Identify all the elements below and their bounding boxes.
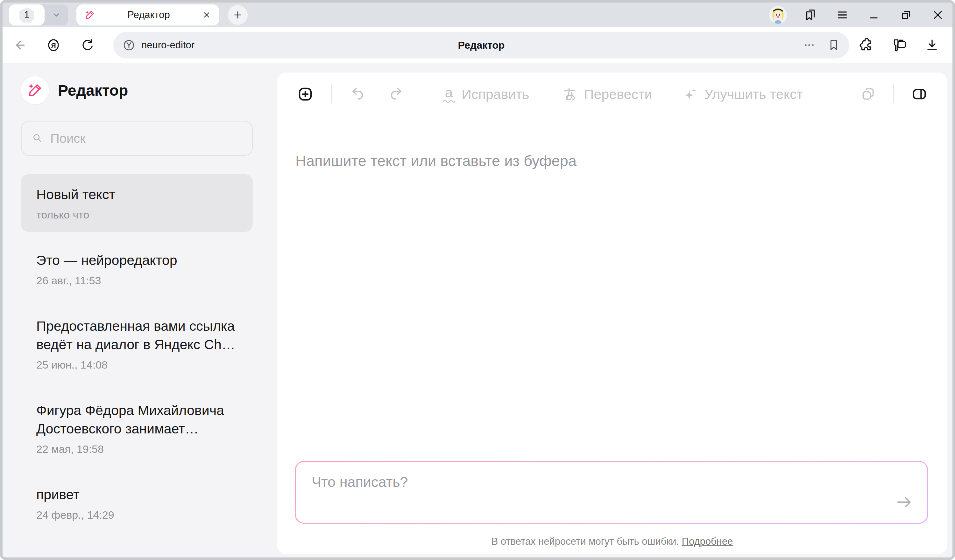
document-list: Новый текст только что Это — нейроредакт…: [21, 174, 253, 532]
profile-avatar[interactable]: [769, 6, 787, 24]
document-list-item[interactable]: Новый текст только что: [21, 174, 253, 232]
extensions-puzzle-icon[interactable]: [858, 37, 874, 53]
copy-text-button[interactable]: [860, 86, 876, 102]
tab-title: Редактор: [96, 9, 202, 21]
document-title: Это — нейроредактор: [36, 251, 238, 269]
bookmarks-icon: [803, 8, 818, 22]
magic-pen-icon: [84, 9, 96, 21]
editor-area[interactable]: Напишите текст или вставьте из буфера Чт…: [277, 116, 947, 554]
bookmark-page-icon[interactable]: [827, 39, 841, 52]
restore-button[interactable]: [898, 7, 914, 23]
send-prompt-button[interactable]: [894, 491, 914, 513]
tab-counter-button[interactable]: 1: [9, 5, 45, 25]
page-title: Редактор: [458, 39, 505, 51]
close-icon: [931, 8, 945, 22]
document-list-item[interactable]: Это — нейроредактор 26 авг., 11:53: [21, 240, 253, 298]
address-bar: Я neuro-editor Редактор: [3, 27, 952, 63]
url-text: neuro-editor: [141, 39, 194, 51]
tab-close-icon[interactable]: [202, 10, 211, 20]
translate-button[interactable]: Перевести: [562, 86, 652, 102]
undo-icon: [349, 86, 365, 102]
more-actions-icon[interactable]: [802, 38, 816, 52]
plus-icon: [232, 9, 243, 20]
search-input[interactable]: [50, 131, 243, 146]
document-list-item[interactable]: Фигура Фёдора Михайловича Достоевского з…: [21, 390, 253, 466]
document-timestamp: 24 февр., 14:29: [36, 509, 238, 521]
spellcheck-icon: а: [443, 86, 455, 103]
reload-button[interactable]: [80, 37, 95, 53]
document-title: Новый текст: [36, 185, 238, 204]
search-icon: [31, 132, 44, 145]
magic-pen-logo-icon: [27, 82, 44, 99]
app-title: Редактор: [58, 82, 128, 99]
browser-window: 1 Редактор: [0, 0, 955, 560]
reload-icon: [80, 38, 94, 53]
tab-counter-group: 1: [9, 5, 68, 25]
fix-text-button[interactable]: а Исправить: [443, 86, 529, 103]
tab-list-dropdown[interactable]: [45, 5, 68, 25]
tab-counter-value: 1: [24, 9, 29, 21]
passwords-key-icon[interactable]: [891, 37, 907, 53]
bookmarks-panel-button[interactable]: [802, 7, 819, 23]
editor-placeholder: Напишите текст или вставьте из буфера: [296, 152, 929, 170]
sparkles-icon: [683, 86, 698, 102]
minimize-icon: [867, 8, 881, 22]
yandex-home-button[interactable]: Я: [46, 37, 61, 53]
toolbar-divider-right: [893, 85, 894, 103]
close-window-button[interactable]: [930, 7, 946, 23]
browser-menu-button[interactable]: [834, 7, 850, 23]
hamburger-menu-icon: [835, 8, 849, 22]
address-bar-actions: [858, 37, 943, 53]
avatar-girl-image: [769, 6, 787, 24]
document-title: Фигура Фёдора Михайловича Достоевского з…: [36, 401, 238, 438]
undo-button[interactable]: [349, 86, 365, 102]
ai-disclaimer: В ответах нейросети могут быть ошибки. П…: [277, 536, 947, 547]
back-arrow-icon: [12, 37, 27, 53]
svg-text:Я: Я: [51, 42, 56, 49]
translate-icon: [562, 86, 578, 102]
tab-counter-badge: 1: [19, 7, 34, 23]
downloads-icon[interactable]: [924, 37, 940, 53]
fix-text-label: Исправить: [462, 86, 529, 102]
improve-text-button[interactable]: Улучшить текст: [683, 86, 803, 102]
toolbar-right: [860, 85, 928, 103]
redo-button[interactable]: [388, 86, 405, 102]
chevron-down-icon: [51, 9, 62, 20]
page-content: Редактор Новый текст только что Это — не…: [3, 63, 952, 557]
tab-strip: 1 Редактор: [3, 3, 952, 27]
document-title: Предоставленная вами ссылка ведёт на диа…: [36, 317, 238, 354]
toolbar-divider: [331, 85, 332, 103]
document-timestamp: 26 авг., 11:53: [36, 275, 238, 287]
learn-more-link[interactable]: Подробнее: [682, 536, 733, 547]
minimize-button[interactable]: [866, 7, 882, 23]
url-bar[interactable]: neuro-editor Редактор: [113, 32, 849, 59]
prompt-input[interactable]: Что написать?: [295, 461, 928, 524]
editor-panel: а Исправить Перевести У: [277, 72, 947, 554]
search-box[interactable]: [21, 121, 253, 156]
arrow-right-icon: [894, 492, 914, 512]
site-favicon-icon: [122, 39, 136, 52]
new-document-icon: [297, 86, 314, 103]
sidebar: Редактор Новый текст только что Это — не…: [3, 63, 277, 557]
new-tab-button[interactable]: [228, 5, 248, 25]
prompt-placeholder: Что написать?: [312, 474, 911, 490]
document-list-item[interactable]: Предоставленная вами ссылка ведёт на диа…: [21, 306, 253, 382]
document-timestamp: только что: [36, 209, 238, 221]
new-document-button[interactable]: [297, 86, 314, 103]
editor-toolbar: а Исправить Перевести У: [277, 72, 947, 116]
restore-window-icon: [899, 8, 913, 22]
toggle-sidebar-button[interactable]: [911, 86, 928, 102]
document-timestamp: 25 июн., 14:08: [36, 359, 238, 371]
tab-editor[interactable]: Редактор: [77, 5, 219, 25]
redo-icon: [388, 86, 405, 102]
disclaimer-text: В ответах нейросети могут быть ошибки.: [492, 536, 679, 547]
app-logo-row: Редактор: [21, 76, 253, 104]
document-title: привет: [36, 485, 238, 504]
panel-toggle-icon: [911, 86, 928, 102]
back-button[interactable]: [12, 37, 27, 53]
improve-text-label: Улучшить текст: [705, 86, 803, 102]
document-timestamp: 22 мая, 19:58: [36, 443, 238, 455]
copy-icon: [860, 86, 876, 102]
app-logo: [21, 76, 49, 104]
document-list-item[interactable]: привет 24 февр., 14:29: [21, 474, 253, 532]
